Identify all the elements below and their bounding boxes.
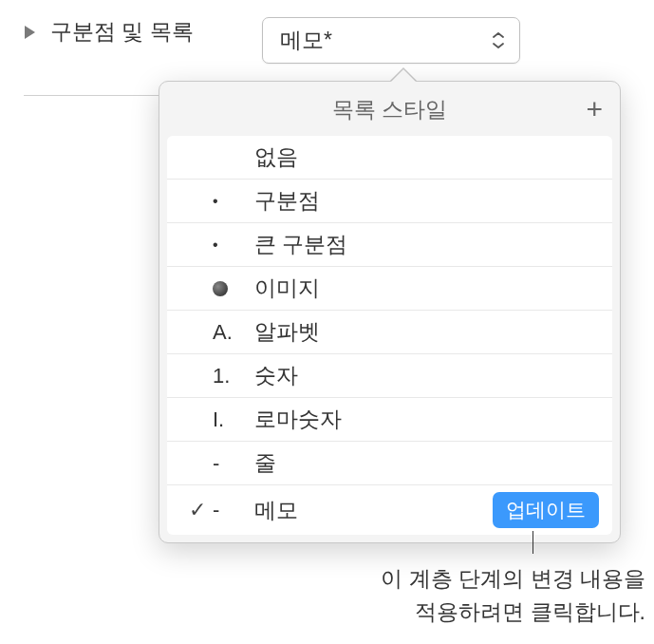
callout-text: 이 계층 단계의 변경 내용을 적용하려면 클릭합니다. — [266, 562, 645, 628]
marker-dash: - — [213, 451, 254, 476]
marker-bullet: • — [213, 193, 254, 210]
marker-alphabet: A. — [213, 320, 254, 345]
popover-title: 목록 스타일 — [332, 95, 447, 124]
style-item-big-bullet[interactable]: • 큰 구분점 — [167, 223, 612, 267]
list-style-popover: 목록 스타일 + 없음 • 구분점 • 큰 구분점 이미지 — [159, 81, 621, 543]
item-label: 큰 구분점 — [254, 230, 599, 259]
checkmark-icon: ✓ — [189, 498, 206, 522]
marker-number: 1. — [213, 364, 254, 388]
marker-memo: - — [213, 498, 254, 522]
item-label: 로마숫자 — [254, 405, 599, 434]
style-item-none[interactable]: 없음 — [167, 136, 612, 180]
image-bullet-icon — [213, 281, 228, 296]
style-item-memo[interactable]: ✓ - 메모 업데이트 — [167, 485, 612, 535]
style-item-roman[interactable]: I. 로마숫자 — [167, 398, 612, 442]
dropdown-value: 메모* — [280, 28, 332, 52]
update-button[interactable]: 업데이트 — [493, 492, 599, 528]
dropdown-selected[interactable]: 메모* — [262, 17, 520, 64]
chevron-down-icon — [491, 32, 506, 49]
item-label: 알파벳 — [254, 317, 599, 347]
item-label: 숫자 — [254, 361, 599, 390]
callout-line2: 적용하려면 클릭합니다. — [415, 599, 645, 624]
item-label: 구분점 — [254, 186, 599, 216]
style-item-alphabet[interactable]: A. 알파벳 — [167, 311, 612, 354]
style-item-dash[interactable]: - 줄 — [167, 442, 612, 485]
style-item-image[interactable]: 이미지 — [167, 267, 612, 311]
item-label: 이미지 — [254, 274, 599, 303]
style-item-bullet[interactable]: • 구분점 — [167, 180, 612, 223]
disclosure-triangle-icon[interactable] — [25, 26, 35, 39]
marker-roman: I. — [213, 407, 254, 432]
style-item-number[interactable]: 1. 숫자 — [167, 354, 612, 398]
check-col: ✓ — [182, 498, 213, 522]
marker-big-bullet: • — [213, 237, 254, 254]
add-style-button[interactable]: + — [586, 95, 603, 123]
style-list: 없음 • 구분점 • 큰 구분점 이미지 A. 알파벳 — [167, 136, 612, 535]
item-label: 줄 — [254, 448, 599, 478]
item-label: 메모 — [254, 496, 493, 525]
popover-arrow — [390, 69, 417, 83]
marker-image — [213, 281, 254, 296]
callout-line1: 이 계층 단계의 변경 내용을 — [381, 566, 645, 591]
callout-connector — [533, 531, 533, 554]
divider — [24, 95, 176, 96]
bullets-lists-row: 구분점 및 목록 메모* — [0, 0, 654, 47]
section-label: 구분점 및 목록 — [50, 17, 194, 47]
list-style-dropdown[interactable]: 메모* — [262, 17, 520, 64]
popover-header: 목록 스타일 + — [159, 82, 620, 136]
item-label: 없음 — [254, 142, 599, 172]
